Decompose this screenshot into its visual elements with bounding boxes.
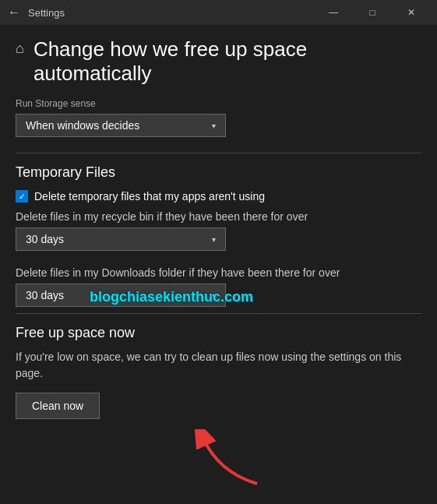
close-button[interactable]: ✕ (393, 0, 429, 25)
downloads-dropdown[interactable]: 30 days ▾ (16, 284, 226, 307)
downloads-folder-label: Delete files in my Downloads folder if t… (16, 266, 421, 279)
storage-sense-dropdown-arrow: ▾ (212, 122, 216, 130)
section-divider-2 (16, 313, 421, 314)
content-area: ⌂ Change how we free up space automatica… (0, 25, 437, 504)
delete-temp-files-checkbox[interactable]: ✓ (16, 190, 28, 203)
free-up-space-description: If you're low on space, we can try to cl… (16, 349, 421, 382)
temporary-files-section: Temporary Files blogchiasekienthuc.com ✓… (16, 164, 421, 307)
run-storage-sense-section: Run Storage sense When windows decides ▾ (16, 98, 421, 137)
maximize-button[interactable]: □ (354, 0, 390, 25)
home-icon: ⌂ (16, 41, 24, 57)
free-up-space-section: Free up space now If you're low on space… (16, 325, 421, 419)
delete-temp-files-row[interactable]: ✓ Delete temporary files that my apps ar… (16, 190, 421, 203)
window-controls: — □ ✕ (315, 0, 429, 25)
storage-sense-dropdown-value: When windows decides (26, 119, 139, 132)
titlebar: ← Settings — □ ✕ (0, 0, 437, 25)
back-button[interactable]: ← (8, 5, 20, 19)
temporary-files-title: Temporary Files (16, 164, 421, 181)
page-header: ⌂ Change how we free up space automatica… (16, 37, 421, 86)
recycle-bin-dropdown-value: 30 days (26, 233, 64, 245)
storage-sense-dropdown[interactable]: When windows decides ▾ (16, 114, 226, 137)
page-title: Change how we free up space automaticall… (33, 37, 421, 86)
titlebar-title: Settings (28, 7, 315, 19)
checkbox-check-icon: ✓ (19, 192, 26, 202)
recycle-bin-dropdown[interactable]: 30 days ▾ (16, 227, 226, 251)
minimize-button[interactable]: — (315, 0, 351, 25)
section-divider-1 (16, 153, 421, 153)
arrow-annotation (195, 429, 273, 494)
downloads-dropdown-value: 30 days (26, 289, 64, 301)
clean-now-button[interactable]: Clean now (16, 393, 100, 419)
recycle-bin-label: Delete files in my recycle bin if they h… (16, 210, 421, 223)
free-up-space-title: Free up space now (16, 325, 421, 341)
downloads-dropdown-arrow: ▾ (212, 291, 216, 300)
delete-temp-files-label: Delete temporary files that my apps aren… (34, 190, 265, 203)
recycle-bin-dropdown-arrow: ▾ (212, 235, 216, 244)
storage-sense-label: Run Storage sense (16, 98, 421, 109)
